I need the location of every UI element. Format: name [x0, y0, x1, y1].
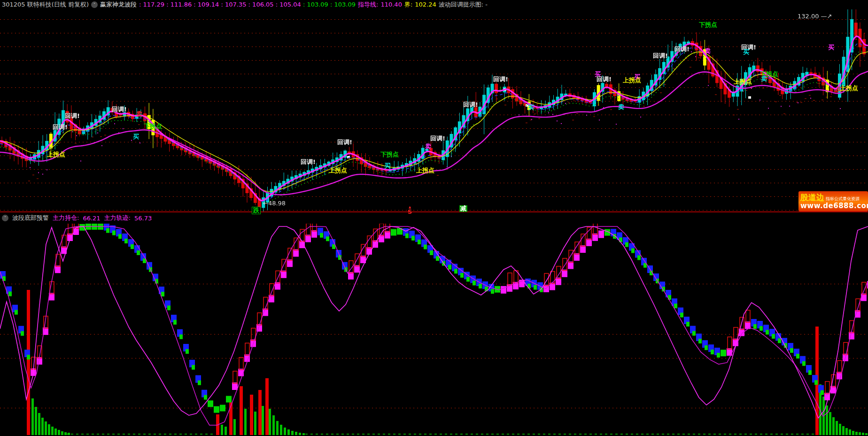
chart-annotation: 回调! — [463, 101, 478, 108]
chart-annotation: 减 — [459, 205, 467, 212]
collapse-chevron-icon[interactable]: ˅ — [2, 215, 8, 221]
collapse-chevron-icon[interactable]: ˅ — [91, 1, 98, 8]
indicator-value: : 105.04 — [276, 1, 303, 8]
indicator-name[interactable]: 赢家神龙波段 — [100, 0, 137, 9]
chart-annotation: 下拐点 — [760, 71, 778, 78]
chart-annotation: 买 — [133, 133, 139, 140]
indicator-value: : 111.86 — [166, 1, 194, 8]
indicator-value: : 106.05 — [248, 1, 276, 8]
bound-value: 102.24 — [415, 0, 436, 9]
bound-label: 界: — [404, 0, 412, 9]
chart-annotation: 上拐点 — [416, 167, 434, 174]
chart-annotation: ←48.98 — [263, 200, 286, 207]
chart-annotation: 回调! — [674, 46, 690, 53]
chart-annotation: 上拐点 — [623, 77, 641, 84]
sub-chart-header: ˅ 波段底部预警 主力持仓: 66.21 主力轨迹: 56.73 — [0, 211, 868, 224]
chart-annotation: 下拐点 — [380, 151, 399, 158]
chart-annotation: 回调! — [653, 53, 668, 59]
main-force-track-label: 主力轨迹: — [104, 214, 131, 222]
chart-annotation: 上拐点 — [329, 167, 347, 174]
chart-annotation: 下拐点 — [699, 22, 717, 28]
indicator-value: : 109.14 — [194, 1, 221, 8]
chart-annotation: 上拐点 — [734, 78, 752, 85]
watermark-banner: 股道边 指标公式量化资源 www.de6888.com — [798, 191, 868, 211]
chart-annotation: 卖 — [705, 48, 711, 54]
main-chart-header: 301205 联特科技(日线 前复权) ˅ 赢家神龙波段 : 117.29 : … — [0, 0, 868, 9]
chart-annotation: 买 — [528, 104, 534, 111]
guide-line-label: 指导线: — [358, 0, 378, 9]
chart-annotation: 回调! — [112, 106, 127, 113]
chart-annotation: 回调! — [337, 139, 352, 146]
chart-annotation: 买 — [743, 49, 749, 55]
chart-annotation: 回调! — [53, 124, 68, 131]
chart-annotation: 回调! — [65, 113, 80, 119]
chart-annotation: 上拐点 — [840, 85, 858, 92]
header-suffix: 波动回调提示图: - — [439, 0, 488, 9]
sub-indicator-name[interactable]: 波段底部预警 — [12, 214, 49, 222]
indicator-value: : 103.09 — [303, 1, 330, 8]
stock-title: 301205 联特科技(日线 前复权) — [2, 0, 89, 9]
chart-annotation: 买 — [828, 44, 834, 51]
chart-annotation: 卖 — [618, 104, 624, 110]
indicator-values: : 117.29 : 111.86 : 109.14 : 107.35 : 10… — [139, 0, 356, 9]
chart-annotation: 132.00 —↗ — [798, 13, 832, 20]
chart-annotation: 下拐点 — [144, 123, 162, 130]
main-force-position-value: 66.21 — [83, 215, 100, 222]
chart-annotation: 跌 — [252, 207, 261, 214]
watermark-brand: 股道边 — [800, 193, 824, 202]
chart-annotation: 上拐点 — [47, 151, 65, 158]
guide-line-value: 110.40 — [380, 0, 402, 9]
indicator-value: : 103.09 — [330, 1, 356, 8]
trading-app-window: 301205 联特科技(日线 前复权) ˅ 赢家神龙波段 : 117.29 : … — [0, 0, 868, 436]
chart-annotation: 买 — [595, 71, 601, 78]
indicator-value: : 117.29 — [139, 1, 166, 8]
main-force-position-label: 主力持仓: — [53, 214, 79, 222]
chart-annotation: 卖 — [425, 143, 431, 150]
chart-annotation: 买 — [384, 163, 390, 169]
chart-annotation: 回调! — [301, 159, 316, 165]
indicator-value: : 107.35 — [221, 1, 248, 8]
sell-signal-marker: ▲S — [408, 206, 412, 215]
main-force-track-value: 56.73 — [134, 215, 152, 222]
chart-annotation: 回调! — [430, 135, 445, 142]
chart-annotation: 回调! — [493, 76, 508, 83]
chart-annotation: 卖 — [136, 111, 142, 117]
watermark-url: www.de6888.com — [800, 202, 866, 210]
